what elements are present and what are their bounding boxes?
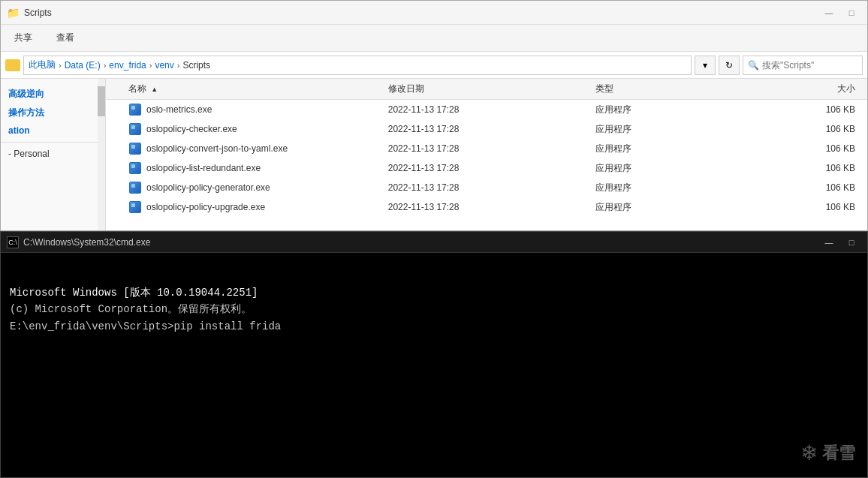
ribbon-share[interactable]: 共享 (10, 29, 37, 47)
file-name: oslopolicy-policy-generator.exe (146, 182, 270, 193)
file-size: 106 KB (752, 163, 863, 173)
file-type: 应用程序 (595, 201, 751, 214)
file-rows-container: oslo-metrics.exe 2022-11-13 17:28 应用程序 1… (106, 100, 867, 217)
file-size: 106 KB (752, 143, 863, 154)
cmd-minimize-button[interactable]: — (819, 235, 839, 250)
file-date: 2022-11-13 17:28 (388, 163, 596, 173)
cmd-line: (c) Microsoft Corporation。保留所有权利。 (10, 301, 858, 317)
cmd-title-left: C:\ C:\Windows\System32\cmd.exe (7, 236, 150, 248)
file-name-cell: oslopolicy-list-redundant.exe (110, 161, 388, 175)
cmd-content: Microsoft Windows [版本 10.0.19044.2251](c… (1, 253, 867, 477)
breadcrumb-venv[interactable]: venv (155, 60, 173, 71)
breadcrumb: 此电脑 › Data (E:) › env_frida › venv › Scr… (23, 56, 692, 75)
sidebar-scrollbar-thumb[interactable] (98, 86, 105, 116)
sidebar-item-operation[interactable]: 操作方法 (1, 104, 105, 122)
file-type: 应用程序 (595, 123, 751, 136)
explorer-title-bar: 📁 Scripts — □ (1, 1, 867, 25)
exe-icon (129, 162, 141, 174)
content-area: 高级逆向 操作方法 ation - Personal 名称 ▲ 修改日期 类型 … (1, 79, 867, 230)
search-input[interactable] (762, 60, 857, 71)
table-row[interactable]: oslopolicy-policy-generator.exe 2022-11-… (106, 178, 867, 197)
file-type: 应用程序 (595, 162, 751, 175)
address-bar: 此电脑 › Data (E:) › env_frida › venv › Scr… (1, 52, 867, 79)
cmd-line: Microsoft Windows [版本 10.0.19044.2251] (10, 284, 858, 301)
file-date: 2022-11-13 17:28 (388, 124, 596, 134)
file-list: 名称 ▲ 修改日期 类型 大小 oslo-metrics.exe 2022-11… (106, 79, 867, 230)
file-name: oslopolicy-list-redundant.exe (146, 163, 261, 173)
column-date[interactable]: 修改日期 (388, 83, 596, 95)
breadcrumb-dropdown-button[interactable]: ▾ (695, 56, 716, 75)
sidebar-divider (1, 142, 105, 143)
table-row[interactable]: oslopolicy-checker.exe 2022-11-13 17:28 … (106, 119, 867, 139)
cmd-line: E:\env_frida\venv\Scripts>pip install fr… (10, 318, 858, 335)
file-name-cell: oslopolicy-convert-json-to-yaml.exe (110, 142, 388, 155)
file-size: 106 KB (752, 124, 863, 134)
snowflake-icon: ❄ (800, 440, 818, 465)
file-icon (128, 103, 142, 116)
sidebar-item-advanced[interactable]: 高级逆向 (1, 85, 105, 104)
file-icon (128, 122, 142, 136)
table-row[interactable]: oslopolicy-policy-upgrade.exe 2022-11-13… (106, 197, 867, 217)
sidebar-scrollbar[interactable] (98, 79, 105, 230)
sidebar-item-personal[interactable]: - Personal (1, 146, 105, 162)
sort-arrow: ▲ (151, 86, 158, 93)
ribbon-view[interactable]: 查看 (52, 29, 79, 47)
file-date: 2022-11-13 17:28 (388, 104, 596, 115)
file-date: 2022-11-13 17:28 (388, 182, 596, 193)
exe-icon (129, 104, 141, 116)
file-date: 2022-11-13 17:28 (388, 202, 596, 212)
exe-icon (129, 182, 141, 194)
file-name: oslopolicy-checker.exe (146, 124, 237, 134)
file-name: oslopolicy-convert-json-to-yaml.exe (146, 143, 288, 154)
file-name: oslopolicy-policy-upgrade.exe (146, 202, 265, 212)
explorer-maximize-button[interactable]: □ (842, 5, 861, 20)
explorer-title: Scripts (24, 8, 52, 18)
file-type: 应用程序 (595, 104, 751, 116)
cmd-highlight: Microsoft Windows [版本 10.0.19044.2251] (10, 287, 258, 299)
column-type[interactable]: 类型 (595, 83, 751, 95)
search-icon: 🔍 (748, 60, 759, 71)
file-icon (128, 161, 142, 175)
watermark-text: 看雪 (822, 442, 855, 464)
column-name[interactable]: 名称 ▲ (110, 83, 388, 95)
explorer-minimize-button[interactable]: — (819, 5, 839, 20)
file-icon (128, 200, 142, 214)
cmd-title-text: C:\Windows\System32\cmd.exe (23, 237, 150, 248)
breadcrumb-env-frida[interactable]: env_frida (109, 60, 146, 71)
file-icon (128, 181, 142, 194)
file-name-cell: oslopolicy-policy-upgrade.exe (110, 200, 388, 214)
column-size[interactable]: 大小 (752, 83, 863, 95)
table-row[interactable]: oslopolicy-convert-json-to-yaml.exe 2022… (106, 139, 867, 158)
file-name-cell: oslopolicy-policy-generator.exe (110, 181, 388, 194)
file-size: 106 KB (752, 202, 863, 212)
cmd-window-controls: — □ (819, 235, 861, 250)
explorer-window-controls: — □ (819, 5, 861, 20)
exe-icon (129, 123, 141, 135)
cmd-icon: C:\ (7, 236, 19, 248)
sidebar: 高级逆向 操作方法 ation - Personal (1, 79, 106, 230)
watermark: ❄ 看雪 (800, 440, 855, 465)
breadcrumb-data-drive[interactable]: Data (E:) (65, 60, 101, 71)
file-name: oslo-metrics.exe (146, 104, 212, 115)
exe-icon (129, 201, 141, 213)
ribbon: 共享 查看 (1, 25, 867, 52)
file-name-cell: oslo-metrics.exe (110, 103, 388, 116)
cmd-lines-container: Microsoft Windows [版本 10.0.19044.2251](c… (10, 284, 858, 335)
file-type: 应用程序 (595, 143, 751, 155)
breadcrumb-computer[interactable]: 此电脑 (29, 59, 56, 71)
file-size: 106 KB (752, 104, 863, 115)
file-icon (128, 142, 142, 155)
table-row[interactable]: oslo-metrics.exe 2022-11-13 17:28 应用程序 1… (106, 100, 867, 119)
cmd-window: C:\ C:\Windows\System32\cmd.exe — □ Micr… (0, 231, 868, 478)
title-bar-left: 📁 Scripts (7, 7, 52, 19)
file-size: 106 KB (752, 182, 863, 193)
cmd-maximize-button[interactable]: □ (842, 235, 861, 250)
search-box[interactable]: 🔍 (743, 56, 863, 75)
explorer-window: 📁 Scripts — □ 共享 查看 此电脑 › Data (E:) › en… (0, 0, 868, 231)
file-list-header: 名称 ▲ 修改日期 类型 大小 (106, 79, 867, 100)
folder-icon (5, 59, 20, 71)
table-row[interactable]: oslopolicy-list-redundant.exe 2022-11-13… (106, 158, 867, 178)
sidebar-item-ation[interactable]: ation (1, 122, 105, 139)
refresh-button[interactable]: ↻ (719, 56, 740, 75)
file-date: 2022-11-13 17:28 (388, 143, 596, 154)
